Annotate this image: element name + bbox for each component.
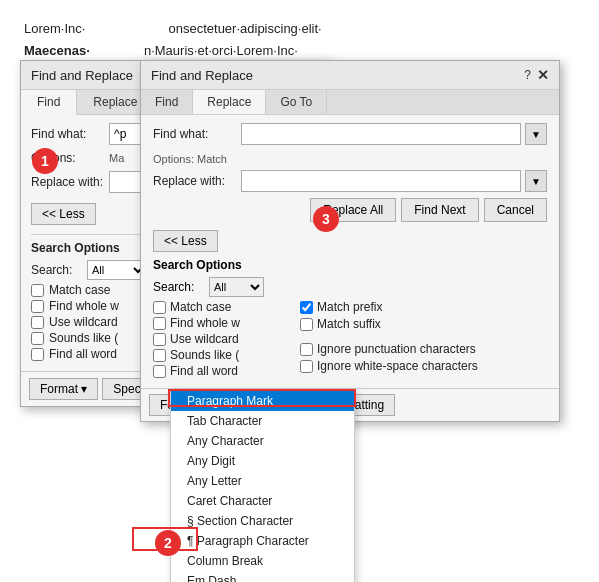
dialog1-matchcase-checkbox[interactable] [31,284,44,297]
dialog2-right-checkboxes: Match prefix Match suffix Ignore punctua… [300,300,478,380]
dialog1-soundslike-label: Sounds like ( [49,331,118,345]
dialog2-search-title: Search Options [153,258,547,272]
dialog2-left-checkboxes: Match case Find whole w Use wildcard Sou… [153,300,240,380]
dialog1-findwhole-checkbox[interactable] [31,300,44,313]
dialog2-matchprefix-label: Match prefix [317,300,382,314]
dialog2-findwhat-label: Find what: [153,127,241,141]
dropdown-item-paragraph-character[interactable]: ¶ Paragraph Character [171,531,354,551]
dialog1-soundslike-checkbox[interactable] [31,332,44,345]
dropdown-item-any-digit[interactable]: Any Digit [171,451,354,471]
dialog2-check-ignorepunct: Ignore punctuation characters [300,342,478,356]
dialog2-ignorepunct-label: Ignore punctuation characters [317,342,476,356]
dialog2-less-btn[interactable]: << Less [153,230,218,252]
find-replace-dialog-2: Find and Replace ? ✕ Find Replace Go To … [140,60,560,422]
dialog2-help-btn[interactable]: ? [524,68,531,82]
dropdown-item-tab-character[interactable]: Tab Character [171,411,354,431]
dialog1-options-value: Ma [109,150,124,166]
dropdown-item-em-dash[interactable]: Em Dash [171,571,354,582]
special-dropdown-menu: Paragraph Mark Tab Character Any Charact… [170,390,355,582]
dialog2-matchsuffix-label: Match suffix [317,317,381,331]
dropdown-item-caret-character[interactable]: Caret Character [171,491,354,511]
doc-line2-bold: Maecenas· [24,43,90,58]
badge-3: 3 [313,206,339,232]
dialog2-search-select[interactable]: All [209,277,264,297]
dialog2-ignorewhitespace-cb[interactable] [300,360,313,373]
doc-line1: Lorem·Inc· onsectetuer·adipiscing·elit· [24,21,322,36]
dialog2-close-btn[interactable]: ✕ [537,67,549,83]
dropdown-item-any-letter[interactable]: Any Letter [171,471,354,491]
dialog2-action-row: Replace All Find Next Cancel [153,198,547,222]
dialog1-findwhole-label: Find whole w [49,299,119,313]
dialog2-titlebar: Find and Replace ? ✕ [141,61,559,90]
dropdown-item-any-character[interactable]: Any Character [171,431,354,451]
dialog2-replacewith-input[interactable] [241,170,521,192]
dialog1-findallword-label: Find all word [49,347,117,361]
dialog2-findnext-btn[interactable]: Find Next [401,198,478,222]
dialog2-check-wildcard: Use wildcard [153,332,240,346]
dialog2-replacewith-row: Replace with: ▼ [153,170,547,192]
dialog2-options-value: Options: Match [153,153,227,165]
dialog2-checkboxes-area: Match case Find whole w Use wildcard Sou… [153,300,547,380]
dialog2-findallword-cb[interactable] [153,365,166,378]
dialog2-replacewith-label: Replace with: [153,174,241,188]
dialog2-options-row: Options: Match [153,151,547,166]
dialog2-findwhole-label: Find whole w [170,316,240,330]
dialog2-soundslike-cb[interactable] [153,349,166,362]
dialog2-check-matchcase: Match case [153,300,240,314]
dialog2-body: Find what: ▼ Options: Match Replace with… [141,115,559,388]
dialog1-tab-find[interactable]: Find [21,90,77,115]
dialog2-tab-goto[interactable]: Go To [266,90,327,114]
dialog2-check-findwhole: Find whole w [153,316,240,330]
dialog2-tab-find[interactable]: Find [141,90,193,114]
dropdown-item-section-character[interactable]: § Section Character [171,511,354,531]
dialog1-wildcard-checkbox[interactable] [31,316,44,329]
dialog2-matchprefix-cb[interactable] [300,301,313,314]
dialog1-wildcard-label: Use wildcard [49,315,118,329]
dialog1-search-select[interactable]: All [87,260,147,280]
dialog1-title: Find and Replace [31,68,133,83]
dialog2-matchcase-label: Match case [170,300,231,314]
dialog2-findwhole-cb[interactable] [153,317,166,330]
dialog2-findallword-label: Find all word [170,364,238,378]
dialog2-search-row: Search: All [153,277,547,297]
dialog2-matchsuffix-cb[interactable] [300,318,313,331]
badge-2: 2 [155,530,181,556]
dialog2-check-matchsuffix: Match suffix [300,317,478,331]
dialog2-findwhat-row: Find what: ▼ [153,123,547,145]
dialog2-ignorepunct-cb[interactable] [300,343,313,356]
dialog2-replacewith-dropdown[interactable]: ▼ [525,170,547,192]
dialog2-findwhat-input[interactable] [241,123,521,145]
dialog2-cancel-btn[interactable]: Cancel [484,198,547,222]
dialog2-check-findallword: Find all word [153,364,240,378]
dialog2-right-controls: ? ✕ [524,67,549,83]
dialog1-search-label: Search: [31,263,87,277]
dialog1-matchcase-label: Match case [49,283,110,297]
dialog2-soundslike-label: Sounds like ( [170,348,239,362]
doc-line2: n·Mauris·et·orci·Lorem·Inc· [90,43,298,58]
dialog2-ignorewhitespace-label: Ignore white-space characters [317,359,478,373]
dialog2-spacer [300,334,478,342]
dialog2-check-matchprefix: Match prefix [300,300,478,314]
dialog2-check-soundslike: Sounds like ( [153,348,240,362]
dialog2-search-label: Search: [153,280,209,294]
dropdown-item-paragraph-mark[interactable]: Paragraph Mark [171,391,354,411]
dialog2-matchcase-cb[interactable] [153,301,166,314]
dialog2-check-ignorewhitespace: Ignore white-space characters [300,359,478,373]
dialog1-format-btn[interactable]: Format ▾ [29,378,98,400]
badge-1: 1 [32,148,58,174]
dialog2-findwhat-wrap: ▼ [241,123,547,145]
dialog2-title: Find and Replace [151,68,253,83]
dropdown-item-column-break[interactable]: Column Break [171,551,354,571]
dialog2-search-section: Search Options Search: All Match case Fi… [153,258,547,380]
dialog1-findwhat-label: Find what: [31,127,109,141]
dialog2-wildcard-cb[interactable] [153,333,166,346]
dialog2-replacewith-wrap: ▼ [241,170,547,192]
dialog1-replacewith-label: Replace with: [31,175,109,189]
dialog2-tabs: Find Replace Go To [141,90,559,115]
dialog2-findwhat-dropdown[interactable]: ▼ [525,123,547,145]
dialog2-tab-replace[interactable]: Replace [193,90,266,114]
dialog1-findallword-checkbox[interactable] [31,348,44,361]
dialog2-wildcard-label: Use wildcard [170,332,239,346]
